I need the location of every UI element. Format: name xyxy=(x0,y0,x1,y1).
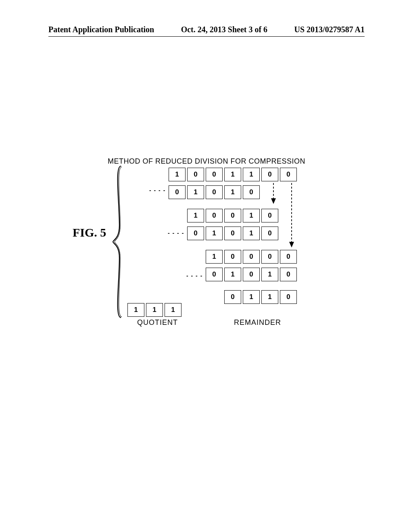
bit-cell: 1 xyxy=(243,290,260,304)
bit-cell: 1 xyxy=(206,250,223,264)
bit-cell: 0 xyxy=(224,227,241,240)
bit-cell: 0 xyxy=(206,168,223,181)
quotient-cell: 1 xyxy=(165,303,181,317)
bit-cell: 0 xyxy=(261,209,278,222)
bit-cell: 0 xyxy=(169,185,186,199)
bit-cell: 1 xyxy=(187,209,204,222)
bit-cell: 1 xyxy=(187,185,204,199)
bit-cell: 0 xyxy=(280,290,297,304)
bit-cell: 1 xyxy=(224,168,241,181)
bit-cell: 0 xyxy=(224,290,241,304)
bit-cell: 1 xyxy=(243,209,260,222)
bit-cell: 0 xyxy=(280,168,297,181)
label-quotient: QUOTIENT xyxy=(137,318,178,327)
bit-cell: 1 xyxy=(169,168,186,181)
bit-cell: 1 xyxy=(206,227,223,240)
header: Patent Application Publication Oct. 24, … xyxy=(48,25,365,34)
bit-cell: 0 xyxy=(224,250,241,264)
bit-cell: 1 xyxy=(243,227,260,240)
bit-cell: 1 xyxy=(261,268,278,281)
bit-cell: 0 xyxy=(224,209,241,222)
bit-cell: 0 xyxy=(261,227,278,240)
minus-1: - - - - xyxy=(149,187,166,193)
bit-cell: 0 xyxy=(243,268,260,281)
quotient-cell: 1 xyxy=(146,303,163,317)
bit-cell: 0 xyxy=(187,227,204,240)
header-left: Patent Application Publication xyxy=(48,25,154,34)
header-rule xyxy=(48,36,365,37)
bit-cell: 1 xyxy=(224,268,241,281)
bit-cell: 0 xyxy=(261,250,278,264)
bit-cell: 1 xyxy=(243,168,260,181)
bit-cell: 0 xyxy=(206,185,223,199)
minus-3: - - - - xyxy=(186,272,203,279)
figure-number: FIG. 5 xyxy=(73,226,106,239)
bit-cell: 1 xyxy=(224,185,241,199)
label-remainder: REMAINDER xyxy=(234,318,281,327)
header-middle: Oct. 24, 2013 Sheet 3 of 6 xyxy=(181,25,267,34)
bit-cell: 0 xyxy=(206,209,223,222)
brace-left xyxy=(112,165,123,318)
bit-cell: 0 xyxy=(280,268,297,281)
header-right: US 2013/0279587 A1 xyxy=(294,25,365,34)
svg-marker-3 xyxy=(289,242,294,247)
diagram-title: METHOD OF REDUCED DIVISION FOR COMPRESSI… xyxy=(0,157,413,166)
bit-cell: 0 xyxy=(243,250,260,264)
bit-cell: 0 xyxy=(187,168,204,181)
minus-2: - - - - xyxy=(168,230,184,236)
bit-cell: 0 xyxy=(261,168,278,181)
svg-marker-1 xyxy=(271,198,276,204)
bit-cell: 0 xyxy=(206,268,223,281)
bit-cell: 0 xyxy=(243,185,260,199)
page: Patent Application Publication Oct. 24, … xyxy=(0,0,413,532)
bit-cell: 0 xyxy=(280,250,297,264)
bit-cell: 1 xyxy=(261,290,278,304)
quotient-cell: 1 xyxy=(127,303,144,317)
